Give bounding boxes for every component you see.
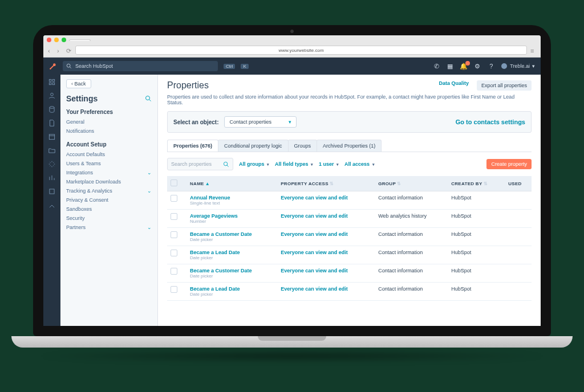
rail-magic-icon[interactable] <box>48 160 56 168</box>
browser-tab[interactable] <box>69 39 91 41</box>
property-access[interactable]: Everyone can view and edit <box>281 250 348 255</box>
help-icon[interactable]: ? <box>487 63 495 70</box>
row-checkbox[interactable] <box>171 250 177 256</box>
chevron-down-icon: ⌄ <box>147 170 152 175</box>
svg-point-8 <box>51 93 54 96</box>
sort-asc-icon: ▲ <box>205 181 210 186</box>
address-bar[interactable]: www.yourwebsite.com <box>75 46 527 55</box>
tab[interactable]: Conditional property logic <box>218 140 289 152</box>
col-created[interactable]: CREATED BY⇅ <box>448 176 505 191</box>
table-row: Became a Lead DateDate pickerEveryone ca… <box>167 283 532 301</box>
object-select[interactable]: Contact properties ▾ <box>224 116 297 128</box>
nav-fwd-icon[interactable]: › <box>57 47 63 53</box>
create-property-button[interactable]: Create property <box>486 159 532 169</box>
laptop-frame: ‹ › ⟳ www.yourwebsite.com ≡ Search HubSp… <box>33 25 551 336</box>
rail-file-icon[interactable] <box>48 119 56 127</box>
property-type: Number <box>190 219 274 224</box>
sidebar-item[interactable]: Notifications <box>66 126 152 136</box>
sidebar-item[interactable]: Sandboxes <box>66 205 152 214</box>
rail-more-icon[interactable] <box>48 201 56 209</box>
rail-folder-icon[interactable] <box>48 146 56 154</box>
property-access[interactable]: Everyone can view and edit <box>281 213 348 219</box>
sidebar-item[interactable]: Security <box>66 214 152 223</box>
property-search[interactable]: Search properties <box>167 158 233 170</box>
property-access[interactable]: Everyone can view and edit <box>281 286 348 292</box>
rail-home-icon[interactable] <box>48 78 56 86</box>
rail-db-icon[interactable] <box>48 105 56 113</box>
kbd-k: K <box>241 64 248 69</box>
svg-rect-4 <box>49 79 51 81</box>
col-access[interactable]: PROPERTY ACCESS⇅ <box>277 176 375 191</box>
hubspot-logo-icon[interactable] <box>49 62 57 70</box>
window-close-icon[interactable] <box>47 38 51 42</box>
property-name[interactable]: Became a Lead Date <box>190 250 274 255</box>
data-quality-link[interactable]: Data Quality <box>439 80 469 91</box>
property-access[interactable]: Everyone can view and edit <box>281 195 348 201</box>
sidebar-item[interactable]: Marketplace Downloads <box>66 177 152 186</box>
global-search-placeholder: Search HubSpot <box>75 63 113 69</box>
export-button[interactable]: Export all properties <box>477 80 532 91</box>
property-type: Single-line text <box>190 201 274 206</box>
window-max-icon[interactable] <box>62 38 66 42</box>
svg-rect-10 <box>49 134 54 140</box>
property-group: Contact information <box>375 228 448 246</box>
filter-pill[interactable]: All field types ▾ <box>275 161 313 167</box>
marketplace-icon[interactable]: ▦ <box>446 63 454 70</box>
window-min-icon[interactable] <box>54 38 59 42</box>
menu-icon[interactable]: ≡ <box>530 47 536 53</box>
sidebar-item[interactable]: Integrations⌄ <box>66 168 152 177</box>
property-created: HubSpot <box>448 283 505 301</box>
property-name[interactable]: Became a Customer Date <box>190 231 274 237</box>
col-used[interactable]: USED <box>505 176 532 191</box>
sidebar-item[interactable]: Users & Teams <box>66 159 152 168</box>
tab[interactable]: Properties (676) <box>167 140 218 152</box>
row-checkbox[interactable] <box>171 195 177 202</box>
settings-gear-icon[interactable]: ⚙ <box>473 63 481 70</box>
property-access[interactable]: Everyone can view and edit <box>281 231 348 237</box>
camera-dot <box>290 30 294 33</box>
tabs: Properties (676)Conditional property log… <box>167 140 532 152</box>
row-checkbox[interactable] <box>171 268 177 275</box>
global-search[interactable]: Search HubSpot <box>63 61 218 71</box>
rail-calendar-icon[interactable] <box>48 133 56 141</box>
notifications-icon[interactable]: 🔔 <box>460 63 468 70</box>
chevron-down-icon: ▾ <box>532 63 535 69</box>
nav-back-icon[interactable]: ‹ <box>48 47 54 53</box>
col-group[interactable]: GROUP⇅ <box>375 176 448 191</box>
back-button[interactable]: ‹ Back <box>66 79 91 88</box>
rail-contacts-icon[interactable] <box>48 92 56 100</box>
phone-icon[interactable]: ✆ <box>432 63 440 70</box>
filter-pill[interactable]: 1 user ▾ <box>319 161 339 167</box>
row-checkbox[interactable] <box>171 231 177 238</box>
sidebar-item[interactable]: Privacy & Consent <box>66 195 152 205</box>
property-name[interactable]: Became a Customer Date <box>190 268 274 273</box>
property-created: HubSpot <box>448 264 505 283</box>
select-all-checkbox[interactable] <box>171 179 177 186</box>
filter-pill[interactable]: All access ▾ <box>344 161 375 167</box>
sidebar-item[interactable]: General <box>66 117 152 126</box>
property-access[interactable]: Everyone can view and edit <box>281 268 348 273</box>
rail-chart-icon[interactable] <box>48 174 56 182</box>
sidebar-item[interactable]: Tracking & Analytics⌄ <box>66 186 152 195</box>
row-checkbox[interactable] <box>171 286 177 293</box>
col-name[interactable]: NAME▲ <box>186 176 277 191</box>
property-name[interactable]: Average Pageviews <box>190 213 274 219</box>
search-icon[interactable] <box>145 95 152 102</box>
property-name[interactable]: Annual Revenue <box>190 195 274 201</box>
table-row: Became a Customer DateDate pickerEveryon… <box>167 264 532 283</box>
sidebar-item[interactable]: Partners⌄ <box>66 223 152 232</box>
filter-pill[interactable]: All groups ▾ <box>239 161 269 167</box>
nav-reload-icon[interactable]: ⟳ <box>66 47 72 53</box>
account-switcher[interactable]: Treble.ai ▾ <box>501 63 535 70</box>
property-group: Contact information <box>375 246 448 264</box>
goto-settings-link[interactable]: Go to contacts settings <box>456 119 525 125</box>
rail-box-icon[interactable] <box>48 187 56 195</box>
row-checkbox[interactable] <box>171 213 177 220</box>
tab[interactable]: Groups <box>288 140 318 152</box>
property-name[interactable]: Became a Lead Date <box>190 286 274 292</box>
svg-rect-7 <box>52 83 55 85</box>
tab[interactable]: Archived Properties (1) <box>317 140 382 152</box>
sidebar-item[interactable]: Account Defaults <box>66 150 152 159</box>
screen: ‹ › ⟳ www.yourwebsite.com ≡ Search HubSp… <box>43 35 541 326</box>
svg-point-3 <box>501 63 507 69</box>
